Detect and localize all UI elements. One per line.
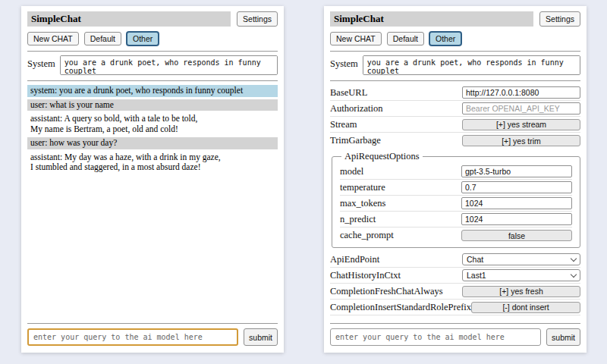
chevron-down-icon: [571, 255, 577, 261]
settings-button[interactable]: Settings: [539, 11, 580, 27]
settings-button[interactable]: Settings: [237, 11, 278, 27]
chat-message-assistant: assistant: A query so bold, with a tale …: [27, 113, 278, 135]
completion-fresh-toggle-button[interactable]: [+] yes fresh: [462, 286, 580, 297]
trim-garbage-toggle-button[interactable]: [+] yes trim: [462, 135, 580, 146]
chat-history-select[interactable]: Last1: [462, 269, 580, 281]
setting-row-model: model: [340, 164, 572, 180]
authorization-label: Authorization: [330, 103, 382, 115]
session-tabs: New CHAT Default Other: [330, 32, 580, 46]
divider: [330, 51, 580, 52]
title-bar: SimpleChat Settings: [330, 11, 580, 27]
app-title: SimpleChat: [27, 11, 231, 27]
cache-prompt-toggle-button[interactable]: false: [461, 230, 572, 241]
n-predict-label: n_predict: [340, 214, 376, 225]
session-tab-default[interactable]: Default: [84, 32, 121, 46]
model-label: model: [340, 166, 363, 177]
temperature-label: temperature: [340, 182, 385, 193]
system-prompt-textarea[interactable]: you are a drunk poet, who responds in fu…: [363, 55, 580, 75]
system-prompt-row: System you are a drunk poet, who respond…: [27, 55, 278, 75]
settings-panel: SimpleChat Settings New CHAT Default Oth…: [324, 6, 587, 353]
query-area: submit: [27, 319, 278, 346]
query-area: submit: [330, 319, 580, 346]
new-chat-button[interactable]: New CHAT: [27, 32, 79, 46]
submit-button[interactable]: submit: [546, 328, 580, 346]
new-chat-button[interactable]: New CHAT: [330, 32, 382, 46]
system-prompt-textarea[interactable]: you are a drunk poet, who responds in fu…: [60, 55, 278, 75]
chat-panel: SimpleChat Settings New CHAT Default Oth…: [21, 6, 284, 353]
session-tab-other[interactable]: Other: [127, 32, 159, 46]
setting-row-trimgarbage: TrimGarbage [+] yes trim: [330, 133, 580, 149]
setting-row-api-endpoint: ApiEndPoint Chat: [330, 252, 580, 268]
setting-row-stream: Stream [+] yes stream: [330, 117, 580, 133]
authorization-input[interactable]: [462, 102, 580, 115]
setting-row-cache-prompt: cache_prompt false: [340, 228, 572, 243]
setting-row-completion-role-prefix: CompletionInsertStandardRolePrefix [-] d…: [330, 300, 580, 315]
title-bar: SimpleChat Settings: [27, 11, 278, 27]
stream-label: Stream: [330, 119, 357, 130]
session-tab-other[interactable]: Other: [429, 32, 461, 46]
session-tabs: New CHAT Default Other: [27, 32, 278, 46]
api-endpoint-label: ApiEndPoint: [330, 254, 379, 265]
baseurl-label: BaseURL: [330, 87, 367, 99]
completion-role-prefix-toggle-button[interactable]: [-] dont insert: [471, 302, 580, 313]
temperature-input[interactable]: [461, 181, 572, 193]
trim-garbage-label: TrimGarbage: [330, 135, 381, 146]
divider: [27, 51, 278, 52]
api-endpoint-selected-value: Chat: [467, 255, 483, 264]
setting-row-n-predict: n_predict: [340, 212, 572, 228]
chat-history-selected-value: Last1: [467, 271, 486, 280]
cache-prompt-label: cache_prompt: [340, 230, 394, 241]
submit-button[interactable]: submit: [244, 328, 278, 346]
max-tokens-input[interactable]: [461, 197, 572, 209]
setting-row-authorization: Authorization: [330, 101, 580, 117]
system-label: System: [330, 55, 358, 70]
max-tokens-label: max_tokens: [340, 198, 385, 209]
chat-message-system: system: you are a drunk poet, who respon…: [27, 85, 278, 97]
setting-row-temperature: temperature: [340, 180, 572, 196]
setting-row-baseurl: BaseURL: [330, 85, 580, 101]
system-label: System: [27, 55, 55, 70]
divider: [330, 323, 580, 324]
setting-row-completion-fresh: CompletionFreshChatAlways [+] yes fresh: [330, 284, 580, 300]
divider: [330, 80, 580, 81]
chat-history-label: ChatHistoryInCtxt: [330, 270, 401, 281]
completion-role-prefix-label: CompletionInsertStandardRolePrefix: [330, 302, 471, 313]
app-title: SimpleChat: [330, 11, 533, 27]
system-prompt-row: System you are a drunk poet, who respond…: [330, 55, 580, 75]
chevron-down-icon: [571, 271, 577, 277]
n-predict-input[interactable]: [461, 213, 572, 225]
chat-messages: system: you are a drunk poet, who respon…: [27, 85, 278, 174]
query-input[interactable]: [27, 328, 238, 346]
stream-toggle-button[interactable]: [+] yes stream: [462, 119, 580, 130]
setting-row-chat-history: ChatHistoryInCtxt Last1: [330, 268, 580, 284]
api-request-options-legend: ApiRequestOptions: [341, 151, 423, 162]
session-tab-default[interactable]: Default: [387, 32, 424, 46]
chat-message-assistant: assistant: My day was a haze, with a dri…: [27, 152, 278, 174]
chat-message-user: user: how was your day?: [27, 137, 278, 149]
model-input[interactable]: [461, 165, 572, 177]
api-request-options-fieldset: ApiRequestOptions model temperature max_…: [332, 151, 580, 248]
api-endpoint-select[interactable]: Chat: [462, 253, 580, 265]
setting-row-max-tokens: max_tokens: [340, 196, 572, 212]
divider: [27, 323, 278, 324]
completion-fresh-label: CompletionFreshChatAlways: [330, 286, 443, 297]
query-input[interactable]: [330, 328, 541, 346]
divider: [27, 80, 278, 81]
chat-message-user: user: what is your name: [27, 99, 278, 111]
base-url-input[interactable]: [462, 86, 580, 99]
